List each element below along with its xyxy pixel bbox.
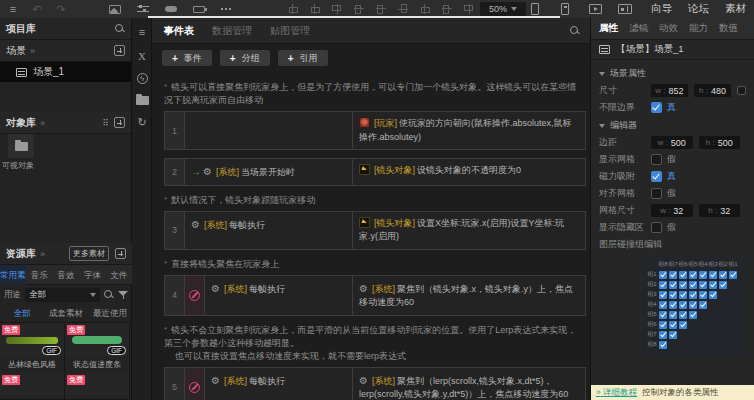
matrix-checkbox[interactable] <box>669 331 677 339</box>
energy-tool-icon[interactable]: ϟ <box>132 70 152 86</box>
psd-folder-icon[interactable] <box>132 92 152 108</box>
grid-height-input[interactable]: h :32 <box>699 204 741 217</box>
scenes-section-header[interactable]: 场景 » <box>0 40 131 62</box>
layers-tool-icon[interactable] <box>136 2 150 16</box>
align-left-icon[interactable] <box>286 2 300 16</box>
grid-view-icon[interactable]: ⠿ <box>102 118 108 128</box>
event-actions[interactable]: [镜头对象]设镜头对象的不透明度为0 <box>353 159 585 185</box>
resource-card[interactable]: 免费 GIF 丛林绿色风格 免费 <box>0 323 65 400</box>
section-editor[interactable]: 编辑器 <box>599 119 746 132</box>
matrix-checkbox[interactable] <box>669 271 677 279</box>
matrix-checkbox[interactable] <box>659 301 667 309</box>
event-row[interactable]: 1 [玩家]使玩家的方向朝向(鼠标操作.absolutex,鼠标操作.absol… <box>164 111 586 150</box>
zoom-select[interactable]: 50% <box>480 2 526 16</box>
magnetic-snap-checkbox[interactable] <box>651 171 662 182</box>
event-comment[interactable]: *默认情况下，镜头对象跟随玩家移动 <box>164 194 582 207</box>
disabled-cell[interactable] <box>185 368 205 400</box>
event-conditions[interactable] <box>185 112 353 149</box>
tab-data-manage[interactable]: 数据管理 <box>212 24 252 38</box>
mirror-icon[interactable] <box>462 2 476 16</box>
matrix-checkbox[interactable] <box>719 281 727 289</box>
selected-object-row[interactable]: 【场景】场景_1 <box>591 40 754 60</box>
matrix-checkbox[interactable] <box>659 271 667 279</box>
add-event-button[interactable]: + 事件 <box>162 50 212 66</box>
tab-font[interactable]: 字体 <box>79 265 105 285</box>
undo-icon[interactable]: ↶ <box>30 2 44 16</box>
event-row-disabled[interactable]: 5 ⚙[系统]每帧执行 ⚙[系统]聚焦到（lerp(scrollx,镜头对象.x… <box>164 367 586 400</box>
size-height-input[interactable]: h :480 <box>694 84 731 97</box>
subtab-recent[interactable]: 最近使用 <box>88 308 132 320</box>
lock-ratio-checkbox[interactable] <box>737 86 746 95</box>
align-middle-v-icon[interactable] <box>374 2 388 16</box>
matrix-checkbox[interactable] <box>659 321 667 329</box>
align-right-icon[interactable] <box>330 2 344 16</box>
search-icon[interactable] <box>104 290 114 300</box>
event-conditions[interactable]: ⚙[系统]每帧执行 <box>205 368 353 400</box>
disabled-cell[interactable] <box>185 276 205 315</box>
event-row-disabled[interactable]: 4 ⚙[系统]每帧执行 ⚙[系统]聚焦到（镜头对象.x，镜头对象.y）上，焦点移… <box>164 275 586 316</box>
section-scene-properties[interactable]: 场景属性 <box>599 67 746 80</box>
margin-width-input[interactable]: w :500 <box>651 136 693 149</box>
event-comment[interactable]: *镜头不会立刻聚焦到玩家身上，而是平滑的从当前位置移动到玩家的位置。使用了Ler… <box>164 324 582 363</box>
matrix-checkbox[interactable] <box>669 291 677 299</box>
align-center-h-icon[interactable] <box>308 2 322 16</box>
refresh-icon[interactable]: ↻ <box>132 114 152 130</box>
matrix-checkbox[interactable] <box>699 291 707 299</box>
more-materials-button[interactable]: 更多素材 <box>69 246 109 261</box>
resource-card[interactable]: 免费 GIF 状态值进度条 免费 <box>65 323 130 400</box>
matrix-checkbox[interactable] <box>699 271 707 279</box>
event-row[interactable]: 2 →⚙[系统]当场景开始时 [镜头对象]设镜头对象的不透明度为0 <box>164 158 586 186</box>
tutorial-link[interactable]: » 详细教程 <box>596 387 637 399</box>
add-group-button[interactable]: + 分组 <box>220 50 270 66</box>
matrix-checkbox[interactable] <box>669 281 677 289</box>
matrix-checkbox[interactable] <box>719 271 727 279</box>
resource-thumbnail[interactable]: 免费 <box>65 373 129 395</box>
matrix-checkbox[interactable] <box>679 311 687 319</box>
preview-device-icon[interactable] <box>558 2 572 16</box>
frame-tool-icon[interactable] <box>192 2 206 16</box>
event-conditions[interactable]: ⚙[系统]每帧执行 <box>185 212 353 249</box>
filter-icon[interactable] <box>118 290 128 300</box>
tab-music[interactable]: 音乐 <box>26 265 52 285</box>
event-actions[interactable]: ⚙[系统]聚焦到（lerp(scrollx,镜头对象.x,dt*5)，lerp(… <box>353 368 585 400</box>
show-grid-checkbox[interactable] <box>651 154 662 165</box>
matrix-checkbox[interactable] <box>689 281 697 289</box>
matrix-checkbox[interactable] <box>659 281 667 289</box>
align-bottom-icon[interactable] <box>396 2 410 16</box>
tab-abilities[interactable]: 能力 <box>689 22 708 35</box>
matrix-checkbox[interactable] <box>729 271 737 279</box>
matrix-checkbox[interactable] <box>679 281 687 289</box>
event-row[interactable]: 3 ⚙[系统]每帧执行 [镜头对象]设置X坐标:玩家.x(启用)设置Y坐标:玩家… <box>164 211 586 250</box>
resource-thumbnail[interactable]: 免费 <box>0 373 64 395</box>
subtab-sets[interactable]: 成套素材 <box>44 308 88 320</box>
tab-sound[interactable]: 音效 <box>53 265 79 285</box>
redo-icon[interactable]: ↷ <box>54 2 68 16</box>
matrix-checkbox[interactable] <box>669 321 677 329</box>
distribute-h-icon[interactable] <box>418 2 432 16</box>
tab-file[interactable]: 文件 <box>106 265 132 285</box>
debug-window-icon[interactable] <box>618 2 632 16</box>
matrix-checkbox[interactable] <box>659 311 667 319</box>
app-menu-icon[interactable]: ≡ <box>6 2 20 16</box>
event-actions[interactable]: ⚙[系统]聚焦到（镜头对象.x，镜头对象.y）上，焦点移动速度为60 <box>353 276 585 315</box>
matrix-checkbox[interactable] <box>709 271 717 279</box>
show-hidden-checkbox[interactable] <box>651 222 662 233</box>
nav-assets-link[interactable]: 素材 <box>725 2 746 16</box>
distribute-v-icon[interactable] <box>440 2 454 16</box>
matrix-checkbox[interactable] <box>669 301 677 309</box>
matrix-checkbox[interactable] <box>669 311 677 319</box>
tab-values[interactable]: 数值 <box>719 22 738 35</box>
run-preview-icon[interactable] <box>588 2 602 16</box>
matrix-checkbox[interactable] <box>679 301 687 309</box>
event-comment[interactable]: *直接将镜头聚焦在玩家身上 <box>164 258 582 271</box>
matrix-checkbox[interactable] <box>689 271 697 279</box>
nav-forum-link[interactable]: 论坛 <box>688 2 709 16</box>
usage-select[interactable]: 全部 <box>25 288 100 302</box>
matrix-checkbox[interactable] <box>679 291 687 299</box>
tab-common-materials[interactable]: 常用素材 <box>0 265 26 285</box>
object-folder-card[interactable] <box>8 134 34 158</box>
search-icon[interactable] <box>115 24 125 34</box>
tab-event-sheet[interactable]: 事件表 <box>164 24 194 38</box>
add-resource-button[interactable] <box>115 248 126 259</box>
grid-width-input[interactable]: w :32 <box>651 204 693 217</box>
